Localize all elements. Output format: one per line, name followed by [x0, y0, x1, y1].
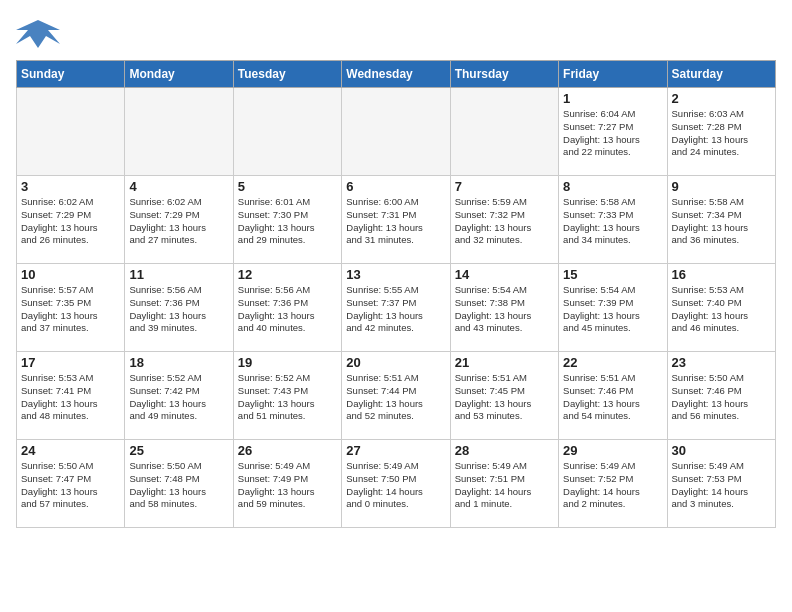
calendar-day-cell: 16Sunrise: 5:53 AM Sunset: 7:40 PM Dayli…: [667, 264, 775, 352]
calendar-day-cell: 9Sunrise: 5:58 AM Sunset: 7:34 PM Daylig…: [667, 176, 775, 264]
day-info: Sunrise: 6:03 AM Sunset: 7:28 PM Dayligh…: [672, 108, 771, 159]
calendar-day-cell: 13Sunrise: 5:55 AM Sunset: 7:37 PM Dayli…: [342, 264, 450, 352]
day-number: 19: [238, 355, 337, 370]
calendar-day-cell: [17, 88, 125, 176]
day-info: Sunrise: 5:52 AM Sunset: 7:43 PM Dayligh…: [238, 372, 337, 423]
day-info: Sunrise: 6:01 AM Sunset: 7:30 PM Dayligh…: [238, 196, 337, 247]
calendar-header-row: SundayMondayTuesdayWednesdayThursdayFrid…: [17, 61, 776, 88]
day-info: Sunrise: 5:49 AM Sunset: 7:51 PM Dayligh…: [455, 460, 554, 511]
calendar-day-cell: 8Sunrise: 5:58 AM Sunset: 7:33 PM Daylig…: [559, 176, 667, 264]
weekday-header: Sunday: [17, 61, 125, 88]
day-number: 17: [21, 355, 120, 370]
calendar-day-cell: 17Sunrise: 5:53 AM Sunset: 7:41 PM Dayli…: [17, 352, 125, 440]
day-number: 10: [21, 267, 120, 282]
day-info: Sunrise: 5:59 AM Sunset: 7:32 PM Dayligh…: [455, 196, 554, 247]
weekday-header: Saturday: [667, 61, 775, 88]
calendar-day-cell: 24Sunrise: 5:50 AM Sunset: 7:47 PM Dayli…: [17, 440, 125, 528]
calendar-day-cell: 22Sunrise: 5:51 AM Sunset: 7:46 PM Dayli…: [559, 352, 667, 440]
logo: [16, 16, 64, 52]
day-info: Sunrise: 5:50 AM Sunset: 7:47 PM Dayligh…: [21, 460, 120, 511]
calendar-day-cell: 4Sunrise: 6:02 AM Sunset: 7:29 PM Daylig…: [125, 176, 233, 264]
calendar-week-row: 24Sunrise: 5:50 AM Sunset: 7:47 PM Dayli…: [17, 440, 776, 528]
calendar-day-cell: [125, 88, 233, 176]
day-info: Sunrise: 5:58 AM Sunset: 7:34 PM Dayligh…: [672, 196, 771, 247]
day-info: Sunrise: 5:51 AM Sunset: 7:45 PM Dayligh…: [455, 372, 554, 423]
day-info: Sunrise: 5:51 AM Sunset: 7:44 PM Dayligh…: [346, 372, 445, 423]
day-number: 23: [672, 355, 771, 370]
day-info: Sunrise: 5:49 AM Sunset: 7:53 PM Dayligh…: [672, 460, 771, 511]
day-number: 12: [238, 267, 337, 282]
day-number: 14: [455, 267, 554, 282]
day-info: Sunrise: 5:49 AM Sunset: 7:49 PM Dayligh…: [238, 460, 337, 511]
calendar-week-row: 1Sunrise: 6:04 AM Sunset: 7:27 PM Daylig…: [17, 88, 776, 176]
day-number: 1: [563, 91, 662, 106]
day-number: 7: [455, 179, 554, 194]
day-info: Sunrise: 5:50 AM Sunset: 7:48 PM Dayligh…: [129, 460, 228, 511]
calendar-week-row: 10Sunrise: 5:57 AM Sunset: 7:35 PM Dayli…: [17, 264, 776, 352]
calendar-day-cell: 2Sunrise: 6:03 AM Sunset: 7:28 PM Daylig…: [667, 88, 775, 176]
day-info: Sunrise: 5:56 AM Sunset: 7:36 PM Dayligh…: [129, 284, 228, 335]
calendar-day-cell: [342, 88, 450, 176]
day-number: 28: [455, 443, 554, 458]
calendar-day-cell: 11Sunrise: 5:56 AM Sunset: 7:36 PM Dayli…: [125, 264, 233, 352]
weekday-header: Tuesday: [233, 61, 341, 88]
day-number: 4: [129, 179, 228, 194]
day-number: 26: [238, 443, 337, 458]
day-number: 30: [672, 443, 771, 458]
calendar-day-cell: 23Sunrise: 5:50 AM Sunset: 7:46 PM Dayli…: [667, 352, 775, 440]
calendar-day-cell: 21Sunrise: 5:51 AM Sunset: 7:45 PM Dayli…: [450, 352, 558, 440]
day-info: Sunrise: 6:04 AM Sunset: 7:27 PM Dayligh…: [563, 108, 662, 159]
calendar-day-cell: 18Sunrise: 5:52 AM Sunset: 7:42 PM Dayli…: [125, 352, 233, 440]
day-info: Sunrise: 5:53 AM Sunset: 7:41 PM Dayligh…: [21, 372, 120, 423]
day-info: Sunrise: 6:02 AM Sunset: 7:29 PM Dayligh…: [129, 196, 228, 247]
day-number: 13: [346, 267, 445, 282]
calendar-day-cell: 3Sunrise: 6:02 AM Sunset: 7:29 PM Daylig…: [17, 176, 125, 264]
calendar-day-cell: 7Sunrise: 5:59 AM Sunset: 7:32 PM Daylig…: [450, 176, 558, 264]
page-header: [16, 16, 776, 52]
calendar-day-cell: 28Sunrise: 5:49 AM Sunset: 7:51 PM Dayli…: [450, 440, 558, 528]
calendar-day-cell: 14Sunrise: 5:54 AM Sunset: 7:38 PM Dayli…: [450, 264, 558, 352]
day-number: 8: [563, 179, 662, 194]
calendar-day-cell: [450, 88, 558, 176]
calendar-day-cell: 29Sunrise: 5:49 AM Sunset: 7:52 PM Dayli…: [559, 440, 667, 528]
calendar-day-cell: 27Sunrise: 5:49 AM Sunset: 7:50 PM Dayli…: [342, 440, 450, 528]
day-number: 6: [346, 179, 445, 194]
weekday-header: Wednesday: [342, 61, 450, 88]
day-info: Sunrise: 5:53 AM Sunset: 7:40 PM Dayligh…: [672, 284, 771, 335]
day-number: 15: [563, 267, 662, 282]
day-info: Sunrise: 6:00 AM Sunset: 7:31 PM Dayligh…: [346, 196, 445, 247]
calendar-day-cell: 20Sunrise: 5:51 AM Sunset: 7:44 PM Dayli…: [342, 352, 450, 440]
calendar-day-cell: 1Sunrise: 6:04 AM Sunset: 7:27 PM Daylig…: [559, 88, 667, 176]
calendar-day-cell: 6Sunrise: 6:00 AM Sunset: 7:31 PM Daylig…: [342, 176, 450, 264]
calendar-day-cell: 25Sunrise: 5:50 AM Sunset: 7:48 PM Dayli…: [125, 440, 233, 528]
day-number: 3: [21, 179, 120, 194]
day-info: Sunrise: 5:52 AM Sunset: 7:42 PM Dayligh…: [129, 372, 228, 423]
day-info: Sunrise: 6:02 AM Sunset: 7:29 PM Dayligh…: [21, 196, 120, 247]
day-info: Sunrise: 5:54 AM Sunset: 7:39 PM Dayligh…: [563, 284, 662, 335]
calendar-day-cell: 15Sunrise: 5:54 AM Sunset: 7:39 PM Dayli…: [559, 264, 667, 352]
weekday-header: Friday: [559, 61, 667, 88]
calendar-table: SundayMondayTuesdayWednesdayThursdayFrid…: [16, 60, 776, 528]
day-number: 18: [129, 355, 228, 370]
calendar-day-cell: 30Sunrise: 5:49 AM Sunset: 7:53 PM Dayli…: [667, 440, 775, 528]
day-info: Sunrise: 5:51 AM Sunset: 7:46 PM Dayligh…: [563, 372, 662, 423]
day-number: 25: [129, 443, 228, 458]
calendar-week-row: 17Sunrise: 5:53 AM Sunset: 7:41 PM Dayli…: [17, 352, 776, 440]
day-number: 16: [672, 267, 771, 282]
calendar-day-cell: 12Sunrise: 5:56 AM Sunset: 7:36 PM Dayli…: [233, 264, 341, 352]
calendar-day-cell: 10Sunrise: 5:57 AM Sunset: 7:35 PM Dayli…: [17, 264, 125, 352]
day-info: Sunrise: 5:57 AM Sunset: 7:35 PM Dayligh…: [21, 284, 120, 335]
calendar-day-cell: 26Sunrise: 5:49 AM Sunset: 7:49 PM Dayli…: [233, 440, 341, 528]
day-info: Sunrise: 5:55 AM Sunset: 7:37 PM Dayligh…: [346, 284, 445, 335]
weekday-header: Monday: [125, 61, 233, 88]
calendar-week-row: 3Sunrise: 6:02 AM Sunset: 7:29 PM Daylig…: [17, 176, 776, 264]
calendar-day-cell: 5Sunrise: 6:01 AM Sunset: 7:30 PM Daylig…: [233, 176, 341, 264]
day-number: 22: [563, 355, 662, 370]
day-number: 20: [346, 355, 445, 370]
day-info: Sunrise: 5:54 AM Sunset: 7:38 PM Dayligh…: [455, 284, 554, 335]
day-number: 29: [563, 443, 662, 458]
day-number: 9: [672, 179, 771, 194]
day-info: Sunrise: 5:56 AM Sunset: 7:36 PM Dayligh…: [238, 284, 337, 335]
day-number: 5: [238, 179, 337, 194]
day-number: 21: [455, 355, 554, 370]
